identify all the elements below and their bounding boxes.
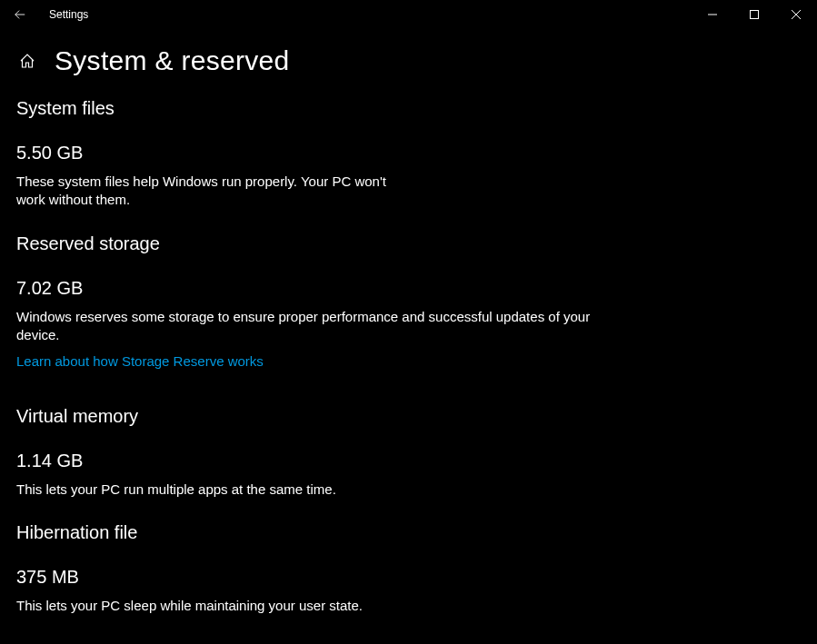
close-button[interactable] bbox=[775, 0, 817, 29]
minimize-icon bbox=[708, 10, 717, 19]
minimize-button[interactable] bbox=[692, 0, 733, 29]
home-button[interactable] bbox=[16, 50, 38, 72]
reserved-storage-learn-link[interactable]: Learn about how Storage Reserve works bbox=[16, 353, 264, 369]
back-button[interactable] bbox=[7, 0, 33, 29]
content-area: System files 5.50 GB These system files … bbox=[0, 98, 817, 616]
hibernation-file-value: 375 MB bbox=[16, 567, 801, 588]
reserved-storage-desc: Windows reserves some storage to ensure … bbox=[16, 308, 616, 345]
hibernation-file-title: Hibernation file bbox=[16, 522, 801, 543]
window-controls bbox=[692, 0, 817, 29]
section-system-files: System files 5.50 GB These system files … bbox=[16, 98, 801, 210]
maximize-icon bbox=[750, 10, 759, 19]
page-header: System & reserved bbox=[0, 29, 817, 98]
titlebar-title: Settings bbox=[49, 8, 88, 21]
titlebar: Settings bbox=[0, 0, 817, 29]
virtual-memory-value: 1.14 GB bbox=[16, 451, 801, 471]
close-icon bbox=[792, 10, 801, 19]
hibernation-file-desc: This lets your PC sleep while maintainin… bbox=[16, 597, 616, 615]
section-reserved-storage: Reserved storage 7.02 GB Windows reserve… bbox=[16, 233, 801, 371]
system-files-desc: These system files help Windows run prop… bbox=[16, 173, 398, 210]
section-hibernation-file: Hibernation file 375 MB This lets your P… bbox=[16, 522, 801, 615]
system-files-value: 5.50 GB bbox=[16, 143, 801, 163]
svg-rect-1 bbox=[751, 11, 759, 19]
reserved-storage-title: Reserved storage bbox=[16, 233, 801, 254]
home-icon bbox=[19, 53, 35, 69]
section-virtual-memory: Virtual memory 1.14 GB This lets your PC… bbox=[16, 406, 801, 499]
back-arrow-icon bbox=[14, 8, 26, 21]
virtual-memory-desc: This lets your PC run multiple apps at t… bbox=[16, 481, 616, 499]
system-files-title: System files bbox=[16, 98, 801, 119]
virtual-memory-title: Virtual memory bbox=[16, 406, 801, 427]
page-title: System & reserved bbox=[55, 45, 290, 76]
maximize-button[interactable] bbox=[733, 0, 775, 29]
reserved-storage-value: 7.02 GB bbox=[16, 278, 801, 299]
